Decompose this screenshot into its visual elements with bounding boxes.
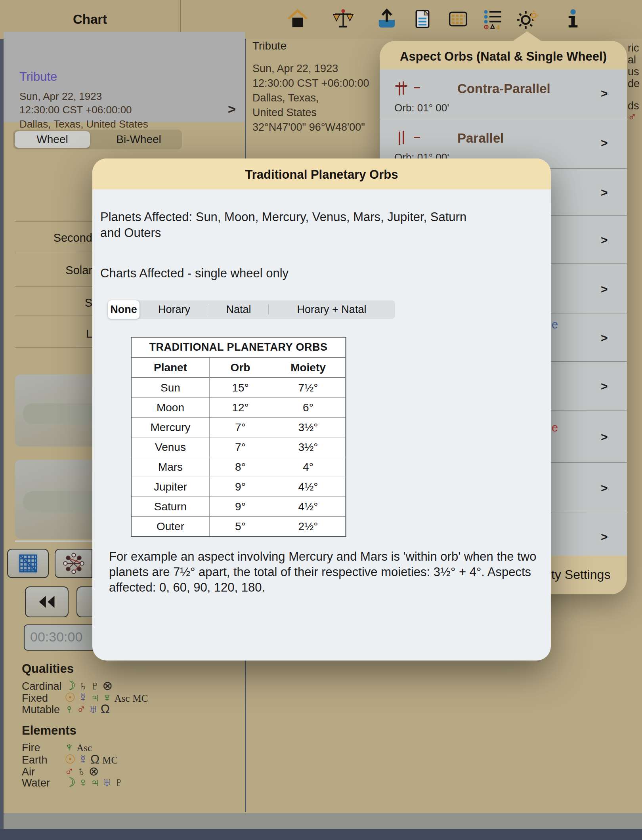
table-cell: 8° [210, 457, 271, 477]
segment-divider [209, 305, 209, 315]
hidden-row-chevron[interactable]: > [601, 530, 608, 544]
table-cell: 4½° [271, 477, 346, 497]
table-cell: 9° [210, 497, 271, 517]
table-cell: 15° [210, 378, 271, 398]
table-cell: 12° [210, 398, 271, 418]
hidden-row-chevron[interactable]: > [601, 283, 608, 296]
hidden-row-chevron[interactable]: > [601, 481, 608, 495]
table-cell: 7½° [271, 378, 346, 398]
minus-glyph: – [414, 80, 420, 94]
traditional-orbs-modal: Traditional Planetary Orbs Planets Affec… [92, 158, 551, 661]
segment-divider [268, 305, 269, 315]
footer-settings-label: ty Settings [551, 567, 610, 582]
chevron-right-icon: > [601, 136, 608, 150]
table-cell: 2½° [271, 517, 346, 536]
example-text: For example an aspect involving Mercury … [109, 549, 545, 595]
orb-value: Orb: 01° 00' [394, 102, 449, 114]
contra-parallel-icon [395, 80, 408, 97]
app-screen: Chart [0, 0, 642, 840]
hidden-row-label-red[interactable]: e [552, 421, 558, 434]
hidden-row-chevron[interactable]: > [601, 430, 608, 444]
table-cell: Venus [132, 437, 210, 457]
popover-title: Aspect Orbs (Natal & Single Wheel) [380, 41, 627, 69]
hidden-row-chevron[interactable]: > [601, 233, 608, 247]
segment-horary-natal[interactable]: Horary + Natal [268, 300, 395, 319]
hidden-row-label-blue[interactable]: e [552, 318, 558, 331]
table-cell: Mercury [132, 418, 210, 437]
planets-affected-text: Planets Affected: Sun, Moon, Mercury, Ve… [100, 209, 489, 241]
hidden-row-chevron[interactable]: > [601, 186, 608, 199]
hidden-row-chevron[interactable]: > [601, 380, 608, 393]
row-contra-parallel[interactable]: – Contra-Parallel Orb: 01° 00' > [380, 69, 627, 119]
table-cell: 3½° [271, 437, 346, 457]
segment-none[interactable]: None [108, 300, 139, 319]
parallel-icon [395, 129, 408, 147]
segment-horary[interactable]: Horary [139, 300, 209, 319]
chevron-right-icon: > [601, 87, 608, 100]
table-cell: Saturn [132, 497, 210, 517]
hidden-row-chevron[interactable]: > [601, 331, 608, 345]
col-header-planet: Planet [132, 358, 210, 378]
orbs-table: TRADITIONAL PLANETARY ORBS Planet Orb Mo… [131, 337, 346, 537]
table-cell: 5° [210, 517, 271, 536]
table-cell: Moon [132, 398, 210, 418]
charts-affected-text: Charts Affected - single wheel only [100, 265, 528, 281]
orbs-mode-segmented-control: None Horary Natal Horary + Natal [108, 300, 395, 319]
table-cell: 3½° [271, 418, 346, 437]
table-cell: 7° [210, 418, 271, 437]
table-cell: Jupiter [132, 477, 210, 497]
table-cell: Sun [132, 378, 210, 398]
table-cell: 9° [210, 477, 271, 497]
minus-glyph: – [414, 130, 420, 143]
table-cell: 4½° [271, 497, 346, 517]
col-header-orb: Orb [210, 358, 271, 378]
table-cell: 6° [271, 398, 346, 418]
table-cell: 7° [210, 437, 271, 457]
table-cell: Mars [132, 457, 210, 477]
table-title: TRADITIONAL PLANETARY ORBS [132, 338, 346, 358]
table-cell: 4° [271, 457, 346, 477]
table-cell: Outer [132, 517, 210, 536]
col-header-moiety: Moiety [271, 358, 346, 378]
modal-title: Traditional Planetary Orbs [92, 158, 551, 189]
segment-natal[interactable]: Natal [209, 300, 268, 319]
